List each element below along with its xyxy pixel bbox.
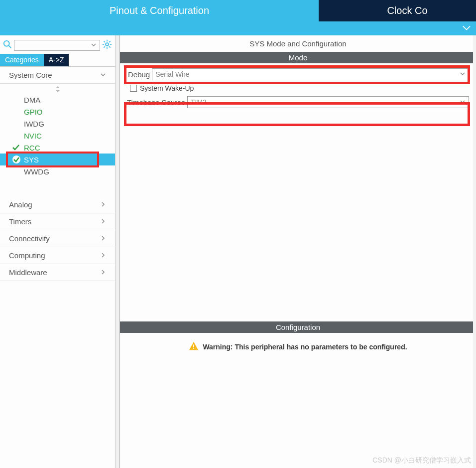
chevron-down-icon [460, 70, 466, 78]
svg-line-1 [9, 46, 11, 48]
system-core-items: DMA GPIO IWDG NVIC RCC SYS WWDG [0, 94, 115, 181]
sidebar-item-sys[interactable]: SYS [0, 154, 115, 165]
sidebar-item-nvic[interactable]: NVIC [0, 130, 115, 142]
group-connectivity[interactable]: Connectivity [0, 230, 115, 247]
svg-point-11 [12, 156, 20, 163]
group-label: Computing [9, 251, 45, 260]
chevron-right-icon [100, 251, 106, 260]
group-label: System Core [9, 71, 52, 79]
chevron-right-icon [100, 200, 106, 209]
check-icon [12, 144, 20, 153]
svg-point-0 [4, 41, 9, 46]
select-value: TIM2 [191, 98, 207, 106]
select-value: Serial Wire [155, 70, 189, 78]
svg-line-7 [104, 41, 105, 42]
group-timers[interactable]: Timers [0, 213, 115, 230]
group-computing[interactable]: Computing [0, 247, 115, 264]
svg-line-10 [109, 41, 111, 42]
group-label: Connectivity [9, 234, 50, 243]
tab-clock-configuration[interactable]: Clock Co [319, 0, 476, 21]
tab-categories[interactable]: Categories [0, 54, 44, 66]
svg-rect-12 [193, 344, 194, 347]
sidebar-item-rcc[interactable]: RCC [0, 142, 115, 154]
check-badge-icon [12, 155, 21, 165]
search-icon [3, 40, 12, 50]
tab-pinout-configuration[interactable]: Pinout & Configuration [0, 0, 319, 21]
group-system-core[interactable]: System Core [0, 67, 115, 84]
timebase-label: Timebase Source [127, 98, 185, 107]
chevron-down-icon [460, 98, 466, 106]
group-middleware[interactable]: Middleware [0, 264, 115, 281]
search-input[interactable] [14, 40, 100, 51]
scrollbar[interactable] [473, 35, 476, 468]
warning-icon [189, 341, 199, 352]
sort-icon[interactable] [0, 84, 115, 94]
top-sub-bar [0, 21, 476, 35]
item-label: SYS [24, 156, 39, 164]
svg-line-9 [104, 46, 105, 48]
chevron-right-icon [100, 217, 106, 226]
mode-area: Debug Serial Wire System Wake-Up Timebas… [120, 63, 476, 117]
debug-label: Debug [128, 70, 150, 79]
sidebar-item-wwdg[interactable]: WWDG [0, 165, 115, 177]
gear-icon[interactable] [102, 39, 112, 51]
expand-down-icon[interactable] [462, 24, 471, 32]
system-wakeup-checkbox[interactable]: System Wake-Up [127, 84, 469, 92]
sidebar-item-iwdg[interactable]: IWDG [0, 118, 115, 130]
warning-text: Warning: This peripheral has no paramete… [203, 343, 407, 351]
checkbox-icon [130, 85, 137, 92]
svg-line-8 [109, 46, 111, 48]
group-label: Timers [9, 217, 31, 226]
main-title: SYS Mode and Configuration [120, 35, 476, 52]
checkbox-label: System Wake-Up [140, 84, 194, 92]
chevron-right-icon [100, 268, 106, 277]
mode-section-header: Mode [120, 52, 476, 63]
group-label: Middleware [9, 268, 47, 277]
configuration-section-header: Configuration [120, 321, 476, 333]
debug-select[interactable]: Serial Wire [152, 68, 469, 80]
timebase-select[interactable]: TIM2 [187, 96, 469, 108]
item-label: RCC [24, 144, 40, 152]
tab-a-to-z[interactable]: A->Z [44, 54, 69, 66]
main-panel: SYS Mode and Configuration Mode Debug Se… [119, 35, 476, 468]
chevron-right-icon [100, 234, 106, 243]
chevron-down-icon [100, 71, 106, 79]
sidebar-item-dma[interactable]: DMA [0, 94, 115, 106]
chevron-down-icon [91, 41, 97, 49]
svg-point-2 [106, 43, 109, 46]
group-label: Analog [9, 200, 32, 209]
sidebar: Categories A->Z System Core DMA GPIO IWD… [0, 35, 116, 468]
sidebar-item-gpio[interactable]: GPIO [0, 106, 115, 118]
svg-rect-13 [193, 348, 194, 349]
top-tab-bar: Pinout & Configuration Clock Co [0, 0, 476, 21]
group-analog[interactable]: Analog [0, 196, 115, 213]
warning-message: Warning: This peripheral has no paramete… [120, 333, 476, 360]
watermark: CSDN @小白研究僧学习嵌入式 [372, 456, 471, 465]
